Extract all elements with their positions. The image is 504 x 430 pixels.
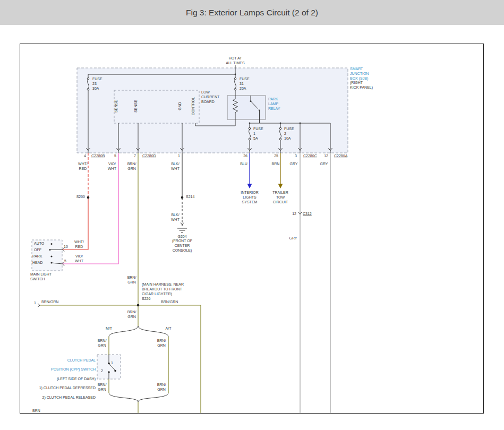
c312-pin: 12 bbox=[289, 212, 296, 217]
hot-at-all-times-label: HOT AT ALL TIMES bbox=[217, 56, 254, 66]
wire-label-brn-grn-mt-upper: BRN/ GRN bbox=[95, 339, 109, 348]
park-lamp-relay-outline bbox=[227, 96, 266, 119]
pin-sense2-label: SENSE bbox=[133, 90, 139, 122]
pin-control-label: CONTROL bbox=[191, 90, 196, 122]
cpp-name-line2: POSITION (CPP) SWITCH bbox=[33, 367, 96, 372]
split-label-mt: M/T bbox=[101, 326, 116, 331]
trailer-tow-circuit-label: TRAILER TOW CIRCUIT bbox=[264, 191, 296, 204]
wire-label-brn-grn: BRN/ GRN bbox=[124, 162, 140, 171]
mls-position-auto: AUTO bbox=[34, 242, 48, 246]
cpp-pin-1: 1 bbox=[111, 361, 116, 366]
connector-link-c2280d[interactable]: C2280D bbox=[142, 154, 164, 159]
wire-label-wht-red: WHT/ RED bbox=[75, 162, 91, 171]
fuse2-label: FUSE 2 10A bbox=[284, 127, 305, 141]
cpp-location: (LEFT SIDE OF DASH) bbox=[33, 377, 96, 382]
wire-label-gry-b: GRY bbox=[318, 162, 330, 167]
interior-lights-system-label: INTERIOR LIGHTS SYSTEM bbox=[234, 191, 266, 204]
wire-label-blk-wht: BLK/ WHT bbox=[167, 162, 183, 171]
wire-label-brn-grn-left: BRN/GRN bbox=[41, 300, 68, 305]
main-light-switch-caption: MAIN LIGHT SWITCH bbox=[30, 272, 62, 282]
branch-pin1-mark bbox=[38, 304, 40, 307]
splice-s200-label: S200 bbox=[68, 195, 85, 200]
mls-position-head: HEAD bbox=[32, 261, 46, 265]
cpp-name-line1: CLUTCH PEDAL bbox=[33, 358, 96, 363]
wire-label-brn-grn-at-upper: BRN/ GRN bbox=[154, 339, 169, 348]
fuse1-label: FUSE 1 5A bbox=[253, 127, 275, 141]
fuse31-label: FUSE 31 20A bbox=[240, 77, 261, 91]
wire-label-brn-bottom: BRN bbox=[32, 409, 45, 414]
park-lamp-relay-label: PARK LAMP RELAY bbox=[268, 97, 291, 111]
harness-note: (MAIN HARNESS, NEAR BREAKOUT TO FRONT CI… bbox=[142, 282, 201, 296]
split-label-at: A/T bbox=[161, 326, 176, 331]
low-current-board-outline bbox=[114, 90, 199, 123]
splice-s226-label: S226 bbox=[142, 297, 159, 302]
interior-lights-arrow bbox=[247, 184, 252, 188]
mls-position-off: OFF bbox=[34, 248, 48, 253]
pin-gnd-label: GND bbox=[177, 90, 183, 122]
mls-wire-wht-red: WHT/ RED bbox=[72, 240, 87, 250]
pin-12: 12 bbox=[320, 154, 328, 159]
pin-4: 4 bbox=[80, 154, 86, 159]
mls-pin-10: 10 bbox=[64, 245, 71, 250]
wire-label-brn-grn-at-lower: BRN/ GRN bbox=[154, 383, 169, 392]
splice-s214-dot bbox=[181, 196, 184, 199]
branch-pin-1: 1 bbox=[31, 301, 36, 306]
ground-location-label: (FRONT OF CENTER CONSOLE) bbox=[166, 239, 198, 253]
wire-label-blu: BLU bbox=[236, 162, 251, 167]
mls-wire-vio-wht: VIO/ WHT bbox=[72, 254, 87, 264]
cpp-switch-caption: CLUTCH PEDAL POSITION (CPP) SWITCH (LEFT… bbox=[33, 354, 96, 405]
mls-pin-5: 5 bbox=[64, 259, 71, 264]
wire-label-brn-grn-right: BRN/GRN bbox=[161, 300, 187, 305]
sjb-location-label: (RIGHT KICK PANEL) bbox=[350, 81, 392, 90]
splice-s226-dot bbox=[137, 304, 140, 307]
connector-link-c312[interactable]: C312 bbox=[303, 212, 319, 217]
cpp-pin-2: 2 bbox=[101, 369, 106, 374]
sjb-name-label: SMART JUNCTION BOX (SJB) bbox=[350, 67, 392, 81]
connector-link-c2280a[interactable]: C2280A bbox=[334, 154, 355, 159]
pin-1: 1 bbox=[173, 154, 180, 159]
splice-s214-label: S214 bbox=[186, 195, 203, 200]
wire-label-brn: BRN bbox=[268, 162, 283, 167]
mls-position-park: PARK bbox=[32, 254, 46, 259]
fuse23-label: FUSE 23 30A bbox=[92, 77, 114, 91]
wire-label-brn-grn-below-s226: BRN/ GRN bbox=[124, 310, 139, 320]
pin-25: 25 bbox=[270, 154, 278, 159]
pin-5: 5 bbox=[109, 154, 116, 159]
pin-sense1-label: SENSE bbox=[114, 90, 119, 122]
pin-7: 7 bbox=[129, 154, 136, 159]
low-current-board-label: LOW CURRENT BOARD bbox=[201, 90, 229, 104]
wire-label-blk-wht-lower: BLK/ WHT bbox=[168, 213, 183, 222]
pin-3: 3 bbox=[291, 154, 297, 159]
wire-label-brn-grn-above-s226: BRN/ GRN bbox=[124, 276, 139, 285]
wire-label-brn-grn-mt-lower: BRN/ GRN bbox=[95, 383, 109, 392]
splice-s200-dot bbox=[87, 196, 90, 199]
wire-label-gry-a: GRY bbox=[287, 162, 300, 167]
pin-26: 26 bbox=[239, 154, 247, 159]
wire-label-gry-below-c312: GRY bbox=[287, 236, 300, 241]
trailer-tow-arrow bbox=[278, 184, 283, 188]
wire-label-vio-wht: VIO/ WHT bbox=[104, 162, 120, 171]
cpp-note-2: 2) CLUTCH PEDAL RELEASED bbox=[33, 395, 96, 400]
cpp-note-1: 1) CLUTCH PEDAL DEPRESSED bbox=[33, 386, 96, 391]
